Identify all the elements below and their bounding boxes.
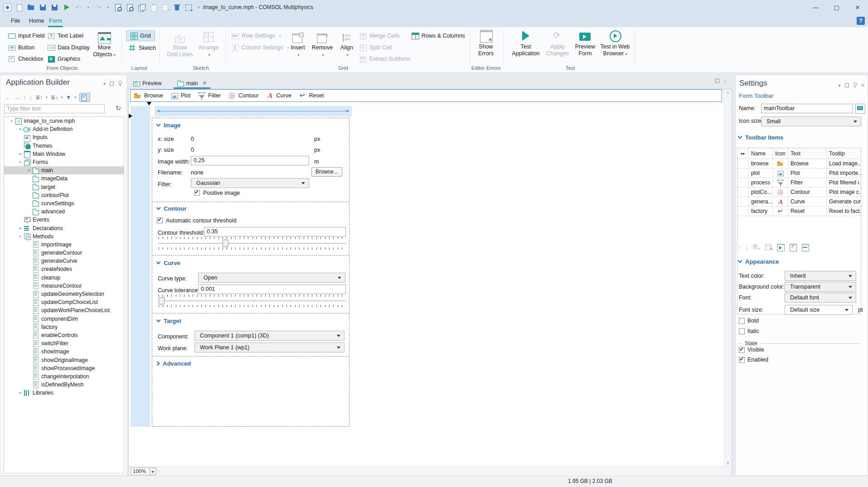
ribbon-graphics[interactable]: Graphics [48, 54, 80, 63]
row-handle[interactable] [737, 207, 749, 216]
cell-tooltip[interactable]: Plot filtered i... [827, 179, 861, 186]
row-marker-icon[interactable] [129, 114, 132, 118]
tab-form[interactable]: Form [47, 14, 64, 27]
tree-item[interactable]: Declarations [4, 224, 124, 232]
cell-name[interactable]: genera... [749, 197, 773, 206]
help-button[interactable]: ? [857, 17, 865, 25]
restore-editor-icon[interactable] [715, 79, 719, 83]
save-as-icon[interactable] [51, 4, 58, 11]
section-appearance[interactable]: Appearance [738, 258, 779, 265]
slider-track[interactable] [158, 243, 346, 244]
form-toolbar-item[interactable]: Plot [171, 92, 191, 99]
redo-icon[interactable] [94, 4, 102, 11]
tree-expander-icon[interactable] [17, 234, 24, 239]
tree-item[interactable]: Libraries [4, 389, 124, 397]
cell-name[interactable]: plotCo... [749, 188, 773, 197]
background-color-dropdown[interactable]: Transparent [785, 282, 856, 292]
form-content-cell[interactable]: Image x: size 0 px y: size 0 px Image wi… [152, 118, 349, 427]
curve-tolerance-field[interactable]: 0.001 [198, 284, 346, 294]
tree-item[interactable]: Main Window [4, 150, 124, 158]
image-width-field[interactable]: 0.25 [191, 156, 309, 165]
tree-item[interactable]: enableControls [4, 331, 124, 339]
form-toolbar-item[interactable]: Contour [228, 92, 258, 99]
panel-menu-icon[interactable]: ▾ [839, 83, 841, 88]
ribbon-sketch-toggle[interactable]: Sketch [129, 43, 156, 53]
tree-item[interactable]: Methods [4, 232, 124, 241]
move-up-icon[interactable]: ↑ [23, 94, 26, 101]
tree-item[interactable]: measureContour [4, 282, 124, 290]
edit-item-icon[interactable] [765, 243, 773, 251]
slider-track[interactable] [158, 300, 346, 301]
tab-home[interactable]: Home [27, 14, 46, 27]
move-down-icon[interactable]: ↓ [29, 94, 33, 101]
row-handle[interactable] [737, 169, 749, 178]
form-toolbar-item[interactable]: Reset [299, 92, 324, 99]
tree-expander-icon[interactable] [26, 168, 32, 173]
tree-item[interactable]: importImage [4, 241, 124, 249]
curve-tolerance-slider[interactable] [158, 294, 346, 307]
collapse-all-icon[interactable]: ≣↑ [35, 94, 43, 101]
cell-text[interactable]: Contour [788, 188, 827, 197]
cell-name[interactable]: process [749, 178, 773, 187]
row-handle[interactable] [737, 188, 749, 197]
name-field[interactable]: mainToolbar [761, 104, 853, 113]
select-icon[interactable] [185, 4, 193, 11]
move-item-up-icon[interactable]: ↑ [738, 244, 741, 251]
tree-expander-icon[interactable] [9, 119, 15, 123]
go-forward-icon[interactable]: → [14, 94, 20, 101]
redo-dropdown-icon[interactable] [106, 4, 110, 11]
curve-type-dropdown[interactable]: Open [198, 273, 345, 283]
toolbar-items-row[interactable]: browse Browse Load image... [737, 159, 861, 169]
vertical-scrollbar[interactable]: ∧ ∨ [724, 89, 732, 466]
tree-item[interactable]: image_to_curve.mph [4, 117, 124, 125]
pin-icon[interactable] [118, 81, 122, 86]
enabled-checkbox[interactable] [739, 357, 745, 363]
text-color-dropdown[interactable]: Inherit [785, 271, 856, 281]
tree-item[interactable]: showImage [4, 347, 124, 356]
browse-button[interactable]: Browse... [311, 167, 342, 177]
ribbon-data-display[interactable]: Data Display [48, 43, 90, 52]
tree-item[interactable]: generateContour [4, 249, 124, 257]
tree-item[interactable]: target [4, 183, 124, 191]
tree-item[interactable]: Add-in Definition [4, 125, 124, 133]
section-toolbar-items[interactable]: Toolbar Items [738, 134, 783, 141]
cell-tooltip[interactable]: Reset to fact... [827, 208, 861, 214]
tree-item[interactable]: updateGeometrySelection [4, 290, 124, 298]
bold-checkbox[interactable] [739, 318, 745, 324]
ribbon-text-label[interactable]: Text Label [48, 31, 83, 40]
row-handle[interactable] [737, 159, 749, 168]
section-contour[interactable]: Contour [157, 205, 187, 212]
ribbon-input-field[interactable]: Input Field [8, 31, 44, 40]
column-marker-icon[interactable] [147, 102, 151, 106]
add-item-icon[interactable] [777, 243, 785, 251]
ribbon-test-web-browser[interactable]: Test in Web Browser [596, 28, 635, 58]
tree-item[interactable]: updateCompChoiceList [4, 298, 124, 306]
filter-dropdown[interactable]: Gaussian [191, 178, 309, 188]
delete-item-icon[interactable] [753, 243, 761, 251]
tree-item[interactable]: changeInterpolation [4, 372, 124, 381]
customize-toolbar-icon[interactable] [197, 4, 201, 11]
tree-expander-icon[interactable] [17, 152, 24, 156]
cell-icon[interactable] [773, 169, 788, 178]
edit-name-icon[interactable] [855, 104, 865, 114]
form-toolbar-object[interactable]: Browse Plot Filter Contour [130, 89, 722, 102]
cell-icon[interactable] [773, 159, 788, 168]
italic-checkbox[interactable] [739, 328, 745, 334]
cell-tooltip[interactable]: Plot image c... [827, 189, 861, 195]
add-toggle-item-icon[interactable] [790, 243, 797, 251]
cell-name[interactable]: factory [749, 207, 773, 216]
ribbon-more-objects[interactable]: More Objects [85, 29, 124, 58]
tree-item[interactable]: Inputs [4, 133, 124, 141]
tree-item[interactable]: isDefinedByMesh [4, 381, 124, 389]
add-separator-icon[interactable] [802, 243, 810, 251]
tree-item[interactable]: updateWorkPlaneChoiceList [4, 306, 124, 314]
icon-size-dropdown[interactable]: Small [761, 116, 861, 126]
tree-item[interactable]: showProcessedImage [4, 364, 124, 372]
zoom-level[interactable]: 100% [131, 468, 150, 475]
show-all-nodes-toggle[interactable] [79, 93, 90, 102]
scroll-left-icon[interactable]: ‹ [159, 468, 160, 474]
visible-checkbox[interactable] [739, 347, 745, 353]
zoom-dropdown-icon[interactable] [149, 468, 156, 475]
duplicate-icon[interactable] [161, 4, 169, 11]
positive-image-checkbox[interactable] [194, 190, 200, 196]
